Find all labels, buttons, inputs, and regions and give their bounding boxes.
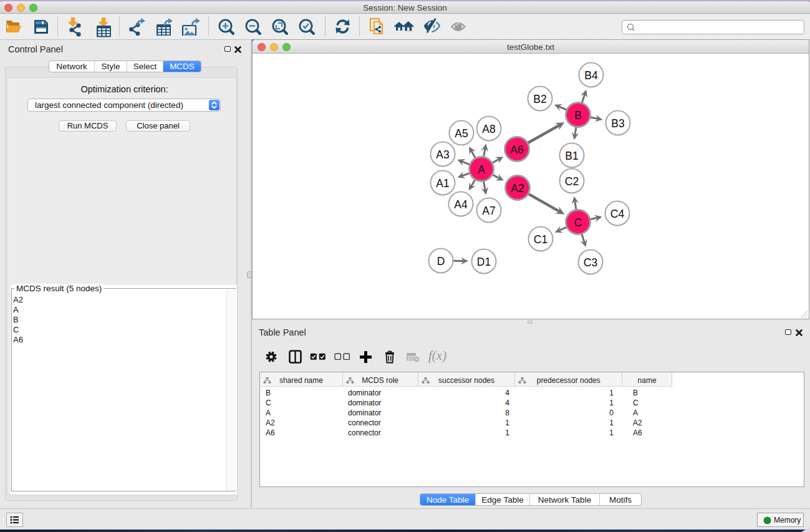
svg-text:D: D xyxy=(437,255,445,268)
svg-text:A3: A3 xyxy=(436,148,449,161)
svg-text:A4: A4 xyxy=(454,198,468,211)
svg-text:A5: A5 xyxy=(455,127,468,140)
svg-text:C4: C4 xyxy=(610,208,625,220)
svg-text:D1: D1 xyxy=(477,256,491,268)
svg-text:C3: C3 xyxy=(584,256,597,269)
svg-text:C2: C2 xyxy=(565,175,579,188)
svg-text:B3: B3 xyxy=(611,117,624,130)
svg-text:A7: A7 xyxy=(482,205,495,217)
svg-text:A2: A2 xyxy=(511,182,524,195)
svg-text:A: A xyxy=(478,163,485,176)
svg-text:B2: B2 xyxy=(533,93,546,105)
svg-text:A1: A1 xyxy=(436,177,449,190)
svg-text:A6: A6 xyxy=(510,143,523,156)
svg-text:C: C xyxy=(574,216,582,229)
svg-text:C1: C1 xyxy=(534,233,547,246)
svg-text:B1: B1 xyxy=(565,150,578,162)
svg-text:A8: A8 xyxy=(482,123,495,135)
svg-text:B: B xyxy=(574,109,582,122)
svg-text:B4: B4 xyxy=(584,69,598,82)
